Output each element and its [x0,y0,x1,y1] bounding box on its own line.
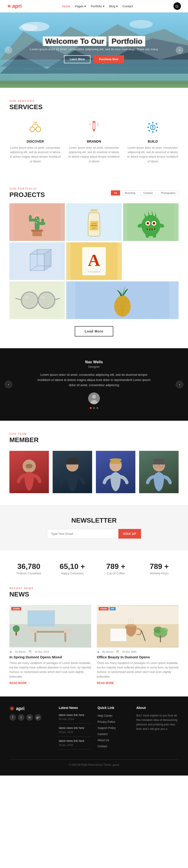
news-image-1: ADMIN [9,605,91,648]
services-title: SERVICES [9,103,179,111]
stats-section: 36,780 Projects Completed 65,10 + Happy … [0,550,188,587]
news-section: RECENT NEWS NEWS ADMIN [0,587,188,696]
build-icon [127,118,179,137]
newsletter-title: NEWSLETTER [9,517,179,524]
person-1-svg [15,453,43,493]
svg-rect-156 [110,629,126,641]
dot-1[interactable] [90,407,92,409]
svg-point-124 [26,464,33,468]
filter-creative[interactable]: Creative [140,190,156,195]
monster-svg [123,203,179,241]
testimonial-role: Designer [14,365,174,369]
testimonial-next-button[interactable]: › [176,381,183,388]
nav-link-contact[interactable]: Contact [122,4,133,8]
portfolio-header: OUR PORTFOLIO PROJECTS All Branding Crea… [9,187,179,198]
footer-about-title: About [136,706,179,710]
testimonial-prev-button[interactable]: ‹ [5,381,12,388]
portfolio-item-sunglasses[interactable] [9,281,65,319]
filter-all[interactable]: All [111,190,120,195]
footer-link-privacy[interactable]: Privacy Police [98,720,115,723]
nav-link-portfolio[interactable]: Portfolio ▾ [91,4,104,8]
filter-photography[interactable]: Photography [158,190,179,195]
footer-news-link-1[interactable]: latest news link here [59,713,90,717]
svg-rect-28 [92,121,96,123]
purchase-now-button[interactable]: Purchase Now [93,55,124,63]
service-card-build: BUILD Lorem ipsum dolor sit amet, consec… [127,118,179,164]
portfolio-item-monster[interactable] [123,203,179,241]
svg-rect-43 [148,130,150,131]
footer-logo: apri [9,706,52,711]
svg-rect-40 [156,127,158,128]
footer-link-help[interactable]: Help Center [98,714,113,717]
footer-link-about[interactable]: About Us [98,739,109,742]
hero-next-button[interactable]: › [176,46,183,54]
footer-news-link-2[interactable]: latest news link here [59,726,90,730]
portfolio-item-box[interactable] [9,242,65,280]
svg-point-163 [11,708,13,709]
load-more-button[interactable]: Load More [75,326,113,337]
team-card-3 [96,451,135,493]
dot-2[interactable] [93,407,95,409]
team-photo-2 [53,451,92,493]
read-more-2[interactable]: READ MORE → [97,681,179,685]
news-meta-2: By Admin 18 Nov 2080 [97,650,179,653]
news-card-2: ADMIN WP [97,605,179,685]
svg-point-121 [92,395,96,399]
footer-logo-text: apri [16,706,25,711]
read-more-1[interactable]: READ MORE → [9,681,91,685]
team-section: OUR TEAM MEMBER [0,421,188,505]
footer-logo-icon [9,706,14,711]
pineapple-svg [66,281,179,319]
footer-news-link-3[interactable]: latest news link here [59,739,90,743]
svg-rect-145 [30,629,37,633]
footer-news-col: Latest News latest news link here 30 mar… [59,706,90,752]
svg-rect-125 [15,491,43,493]
nav-link-home[interactable]: Home [62,4,70,8]
search-button[interactable] [174,2,181,10]
avatar-icon [88,393,100,404]
svg-line-19 [32,124,33,127]
newsletter-email-input[interactable] [47,529,118,538]
svg-rect-53 [41,219,44,225]
team-photo-4 [139,451,179,493]
svg-text:A: A [88,251,100,270]
social-google[interactable]: g+ [35,714,41,721]
service-card-discover: DISCOVER Lorem ipsum dolor sit amet, con… [9,118,61,164]
portfolio-item-typography[interactable]: A TYPOGRAPHY [66,242,122,280]
svg-line-32 [97,122,99,123]
learn-more-button[interactable]: Learn More [64,55,90,63]
social-linkedin[interactable]: in [26,714,33,721]
logo[interactable]: apri [7,3,22,9]
stat-hours-number: 789 + [140,562,179,571]
hero-prev-button[interactable]: ‹ [5,46,12,54]
nav-link-pages[interactable]: Pages ▾ [75,4,86,8]
footer-link-contact[interactable]: Contact [98,745,107,748]
service-title-brandn: BRANDN [68,140,120,143]
portfolio-label: OUR PORTFOLIO [9,187,45,190]
nav-link-blog[interactable]: Blog ▾ [109,4,118,8]
footer-link-careers[interactable]: Careers [98,733,108,736]
person-2-svg [58,453,86,493]
svg-rect-41 [148,123,150,125]
dot-3[interactable] [96,407,98,409]
svg-point-129 [110,458,122,461]
team-title: MEMBER [9,436,179,444]
portfolio-item-bottle[interactable]: PLASTE BRAND Organic [66,203,122,241]
footer-about-col: About But I must explain to you how all … [136,706,179,752]
social-twitter[interactable]: t [18,714,25,721]
logo-text: apri [12,3,22,9]
svg-point-31 [90,128,91,129]
portfolio-item-pineapple[interactable] [66,281,179,319]
svg-point-154 [160,628,168,633]
social-facebook[interactable]: f [9,714,16,721]
filter-branding[interactable]: Branding [122,190,139,195]
svg-point-77 [153,223,155,224]
news-tags-2: ADMIN WP [99,607,116,610]
newsletter-form: SIGN UP [47,529,141,538]
discover-icon [9,118,61,137]
footer-link-support[interactable]: Support Policy [98,726,116,730]
news-grid: ADMIN [9,605,179,685]
newsletter-signup-button[interactable]: SIGN UP [118,529,141,538]
person-icon-2 [97,650,100,653]
portfolio-item-cactus[interactable] [9,203,65,241]
